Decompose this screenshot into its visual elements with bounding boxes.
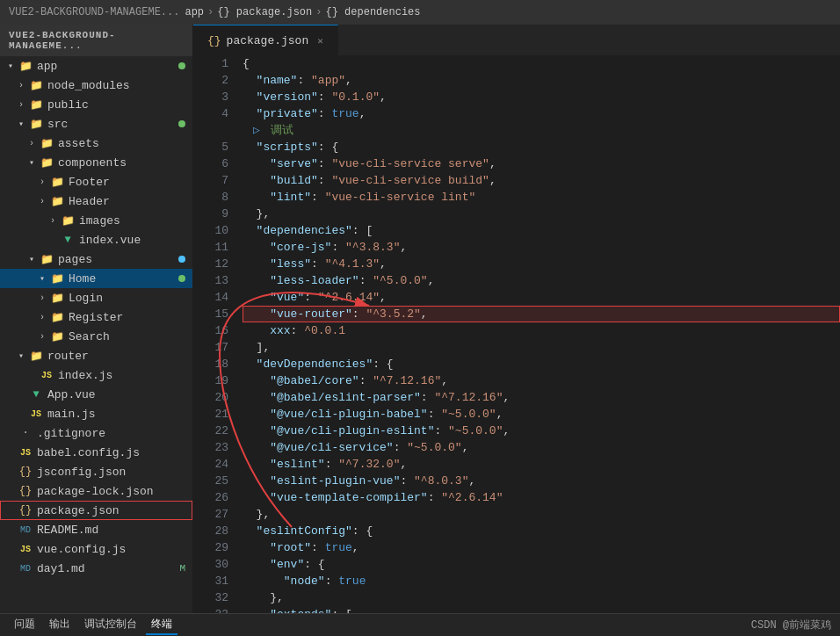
folder-icon-router: 📁	[28, 350, 44, 363]
sidebar-label-Login: Login	[69, 292, 103, 305]
token-15: "vue-router"	[243, 306, 352, 322]
token-7: "vue-cli-service build"	[331, 172, 489, 189]
vue-icon-index_vue: ▼	[60, 234, 76, 246]
line-number-31: 31	[193, 573, 228, 589]
token-5: {	[331, 139, 338, 155]
sidebar-item-index_vue[interactable]: ▼index.vue	[0, 230, 192, 249]
code-line-25: "eslint-plugin-vue": "^8.0.3",	[243, 473, 840, 489]
sidebar-item-package_lock[interactable]: {}package-lock.json	[0, 481, 192, 501]
sidebar-item-images[interactable]: ›📁images	[0, 211, 192, 230]
breadcrumb-app: app	[185, 6, 204, 18]
sidebar-item-App_vue[interactable]: ▼App.vue	[0, 385, 192, 404]
js-icon-babel_config: JS	[18, 448, 33, 458]
token-33: :	[331, 606, 345, 613]
folder-arrow-Footer: ›	[35, 177, 49, 187]
code-line-13: "less-loader": "^5.0.0",	[243, 272, 840, 289]
sidebar-item-router[interactable]: ▾📁router	[0, 346, 192, 365]
sidebar-label-Search: Search	[69, 330, 110, 343]
folder-arrow-node_modules: ›	[14, 81, 28, 90]
token-2: "name"	[243, 72, 297, 89]
sidebar-label-day1_md: day1.md	[37, 562, 85, 575]
code-line-3: "version": "0.1.0",	[243, 89, 840, 105]
folder-arrow-Home: ▾	[35, 273, 49, 284]
token-20: "@babel/eslint-parser"	[243, 389, 421, 406]
token-18: :	[373, 356, 387, 372]
code-line-10: "dependencies": [	[243, 222, 840, 239]
line-number-33: 33	[193, 606, 228, 613]
sidebar-item-node_modules[interactable]: ›📁node_modules	[0, 76, 192, 95]
token-10: "dependencies"	[243, 222, 352, 239]
token-24: "eslint"	[243, 456, 325, 473]
sidebar-item-gitignore[interactable]: ·.gitignore	[0, 423, 192, 443]
line-number-29: 29	[193, 539, 228, 556]
code-line-30: "env": {	[243, 556, 840, 573]
code-line-8: "lint": "vue-cli-service lint"	[243, 189, 840, 206]
line-number-28: 28	[193, 523, 228, 539]
folder-arrow-router: ▾	[14, 351, 28, 361]
code-line-32: },	[243, 589, 840, 606]
sidebar-item-jsconfig[interactable]: {}jsconfig.json	[0, 462, 192, 481]
line-number-17: 17	[193, 339, 228, 356]
token-28: {	[366, 523, 373, 539]
code-line-11: "core-js": "^3.8.3",	[243, 239, 840, 256]
token-10: :	[352, 222, 366, 239]
dot-pages	[178, 256, 185, 263]
line-number-30: 30	[193, 556, 228, 573]
token-4: :	[318, 105, 332, 122]
sidebar-item-Search[interactable]: ›📁Search	[0, 327, 192, 346]
bottom-tab-问题[interactable]: 问题	[9, 615, 40, 635]
token-20: :	[421, 389, 435, 406]
token-22: :	[434, 423, 448, 439]
sidebar-item-router_index[interactable]: JSindex.js	[0, 365, 192, 385]
code-line-1: {	[243, 55, 840, 72]
sidebar-item-app[interactable]: ▾📁app	[0, 56, 192, 76]
sidebar-label-pages: pages	[58, 253, 92, 266]
sidebar-item-vue_config[interactable]: JSvue.config.js	[0, 539, 192, 559]
line-number-3: 3	[193, 89, 228, 105]
json-icon-package_json: {}	[18, 504, 33, 517]
sidebar-label-babel_config: babel.config.js	[37, 446, 140, 459]
sidebar-item-Login[interactable]: ›📁Login	[0, 288, 192, 307]
sidebar-item-components[interactable]: ▾📁components	[0, 153, 192, 172]
token-30: {	[318, 556, 325, 573]
sidebar-item-babel_config[interactable]: JSbabel.config.js	[0, 443, 192, 462]
sidebar-item-main_js[interactable]: JSmain.js	[0, 404, 192, 423]
vue-icon-App_vue: ▼	[28, 388, 44, 401]
sidebar-item-Home[interactable]: ▾📁Home	[0, 269, 192, 288]
bottom-tab-终端[interactable]: 终端	[146, 615, 177, 635]
sidebar-item-Register[interactable]: ›📁Register	[0, 307, 192, 327]
bottom-tab-调试控制台[interactable]: 调试控制台	[79, 615, 142, 635]
sidebar: VUE2-BACKGROUND-MANAGEME... ▾📁app›📁node_…	[0, 25, 193, 613]
token-23: :	[394, 439, 408, 456]
sidebar-item-day1_md[interactable]: MDday1.mdM	[0, 559, 192, 578]
folder-icon-Search: 📁	[49, 330, 65, 343]
token-12: ,	[380, 256, 387, 272]
sidebar-item-README[interactable]: MDREADME.md	[0, 520, 192, 539]
code-line-4: "private": true,	[243, 105, 840, 122]
sidebar-item-public[interactable]: ›📁public	[0, 95, 192, 114]
code-line-15: "vue-router": "^3.5.2",	[243, 306, 840, 322]
bottom-tab-输出[interactable]: 输出	[44, 615, 76, 635]
line-number-15: 15	[193, 306, 228, 322]
folder-arrow-public: ›	[14, 100, 28, 110]
token-17: ],	[243, 339, 270, 356]
token-10: [	[366, 222, 373, 239]
token-14: :	[304, 289, 318, 306]
sidebar-item-pages[interactable]: ▾📁pages	[0, 249, 192, 269]
sidebar-item-Header[interactable]: ›📁Header	[0, 192, 192, 211]
code-line-17: ],	[243, 339, 840, 356]
sidebar-item-assets[interactable]: ›📁assets	[0, 134, 192, 153]
sidebar-item-src[interactable]: ▾📁src	[0, 114, 192, 134]
sidebar-label-package_json: package.json	[37, 504, 119, 517]
sidebar-item-package_json[interactable]: {}package.json	[0, 501, 192, 520]
sidebar-label-vue_config: vue.config.js	[37, 543, 126, 556]
sidebar-item-Footer[interactable]: ›📁Footer	[0, 172, 192, 192]
title-bar: VUE2-BACKGROUND-MANAGEME... app › {} pac…	[0, 0, 840, 25]
code-line-5: "scripts": {	[243, 139, 840, 155]
title-bar-title: VUE2-BACKGROUND-MANAGEME...	[9, 6, 179, 18]
token-12: :	[311, 256, 325, 272]
token-26: :	[428, 489, 442, 506]
token-27: },	[243, 506, 270, 523]
tab-package-json[interactable]: {} package.json ✕	[193, 25, 338, 55]
token-4: ,	[359, 105, 366, 122]
